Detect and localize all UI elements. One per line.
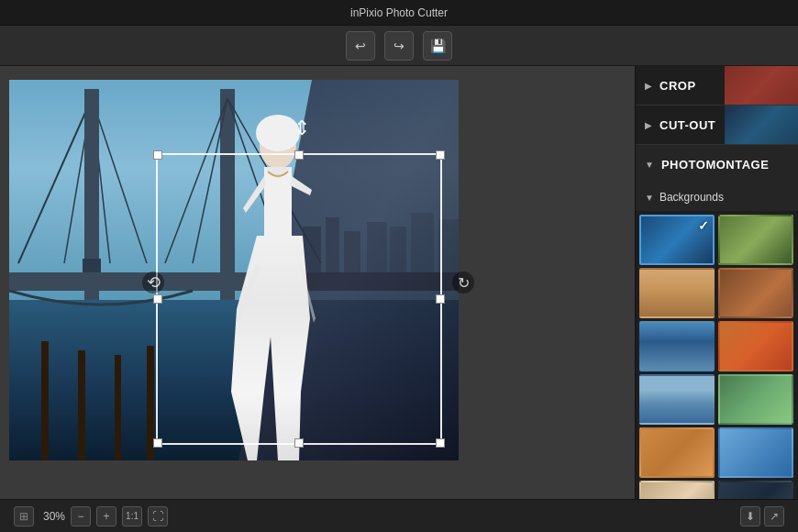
zoom-level-label: 30% bbox=[43, 510, 65, 523]
backgrounds-chevron-icon: ▼ bbox=[645, 193, 654, 203]
redo-icon: ↪ bbox=[393, 39, 405, 53]
zoom-controls: ⊞ 30% − + 1:1 ⛶ bbox=[14, 506, 168, 526]
zoom-fullscreen-button[interactable]: ⛶ bbox=[148, 506, 168, 526]
canvas-area[interactable]: ⇕ ⟲ ↻ bbox=[0, 66, 635, 499]
photomontage-label: PHOTOMONTAGE bbox=[661, 158, 769, 172]
photomontage-section: ▼ PHOTOMONTAGE ▼ Backgrounds bbox=[636, 145, 798, 499]
grid-icon: ⊞ bbox=[19, 510, 28, 523]
cutout-label: CUT-OUT bbox=[659, 118, 715, 132]
zoom-in-button[interactable]: + bbox=[96, 506, 116, 526]
backgrounds-subsection-header[interactable]: ▼ Backgrounds bbox=[636, 183, 798, 211]
zoom-fit-button[interactable]: 1:1 bbox=[122, 506, 142, 526]
zoom-fullscreen-icon: ⛶ bbox=[152, 510, 163, 523]
background-thumb-10[interactable] bbox=[639, 481, 715, 499]
background-thumb-3[interactable] bbox=[718, 268, 793, 318]
background-thumb-4[interactable] bbox=[639, 321, 715, 371]
cutout-thumbnail bbox=[725, 105, 798, 144]
photomontage-chevron-icon: ▼ bbox=[645, 160, 654, 170]
svg-rect-15 bbox=[78, 350, 85, 460]
background-thumb-7[interactable] bbox=[718, 374, 793, 425]
share-icon: ↗ bbox=[770, 510, 779, 523]
background-thumb-2[interactable] bbox=[639, 268, 715, 318]
crop-chevron-icon: ▶ bbox=[645, 81, 652, 91]
photomontage-section-header[interactable]: ▼ PHOTOMONTAGE bbox=[636, 145, 798, 183]
background-thumb-0[interactable] bbox=[639, 215, 715, 265]
svg-rect-14 bbox=[41, 341, 49, 460]
crop-thumbnail bbox=[725, 66, 798, 105]
rotate-icon[interactable]: ⇕ bbox=[294, 116, 310, 140]
zoom-in-icon: + bbox=[104, 510, 110, 523]
background-thumb-1[interactable] bbox=[718, 215, 793, 265]
export-button[interactable]: ⬇ bbox=[740, 506, 760, 526]
transform-left-icon[interactable]: ⟲ bbox=[142, 272, 164, 294]
background-thumb-8[interactable] bbox=[639, 427, 715, 478]
app-title: inPixio Photo Cutter bbox=[350, 6, 448, 19]
crop-section-header[interactable]: ▶ CROP bbox=[636, 66, 798, 105]
svg-rect-17 bbox=[147, 346, 154, 460]
save-toolbar-button[interactable]: 💾 bbox=[423, 31, 452, 61]
cutout-section: ▶ CUT-OUT bbox=[636, 105, 798, 145]
backgrounds-grid bbox=[636, 211, 798, 499]
redo-button[interactable]: ↪ bbox=[384, 31, 414, 61]
transform-right-icon[interactable]: ↻ bbox=[452, 272, 474, 294]
zoom-out-icon: − bbox=[78, 510, 84, 523]
svg-rect-16 bbox=[115, 355, 121, 460]
zoom-out-button[interactable]: − bbox=[71, 506, 91, 526]
bottom-right-buttons: ⬇ ↗ bbox=[740, 506, 784, 526]
background-thumb-5[interactable] bbox=[718, 321, 793, 371]
crop-section: ▶ CROP bbox=[636, 66, 798, 105]
toolbar: ↩ ↪ 💾 bbox=[0, 26, 798, 66]
cutout-chevron-icon: ▶ bbox=[645, 120, 652, 130]
background-thumb-6[interactable] bbox=[639, 374, 715, 425]
title-bar: inPixio Photo Cutter bbox=[0, 0, 798, 26]
cutout-section-header[interactable]: ▶ CUT-OUT bbox=[636, 105, 798, 144]
crop-label: CROP bbox=[659, 79, 696, 93]
svg-rect-7 bbox=[83, 259, 101, 272]
bottom-bar: ⊞ 30% − + 1:1 ⛶ ⬇ ↗ bbox=[0, 499, 798, 532]
undo-button[interactable]: ↩ bbox=[346, 31, 375, 61]
share-button[interactable]: ↗ bbox=[764, 506, 784, 526]
bridge-scene-svg bbox=[9, 80, 459, 460]
grid-toggle-button[interactable]: ⊞ bbox=[14, 506, 34, 526]
background-thumb-9[interactable] bbox=[718, 427, 793, 478]
background-thumb-11[interactable] bbox=[718, 481, 793, 499]
zoom-fit-icon: 1:1 bbox=[126, 511, 139, 521]
canvas-image bbox=[9, 80, 459, 460]
save-icon: 💾 bbox=[430, 39, 446, 53]
right-panel: ▶ CROP ▶ CUT-OUT ▼ PHOTOMONTAGE ▼ Backgr… bbox=[635, 66, 798, 499]
undo-icon: ↩ bbox=[355, 39, 366, 53]
backgrounds-label: Backgrounds bbox=[659, 191, 724, 204]
main-content: ⇕ ⟲ ↻ ▶ CROP ▶ CUT-OUT ▼ PHOTOM bbox=[0, 66, 798, 499]
export-icon: ⬇ bbox=[746, 510, 755, 523]
